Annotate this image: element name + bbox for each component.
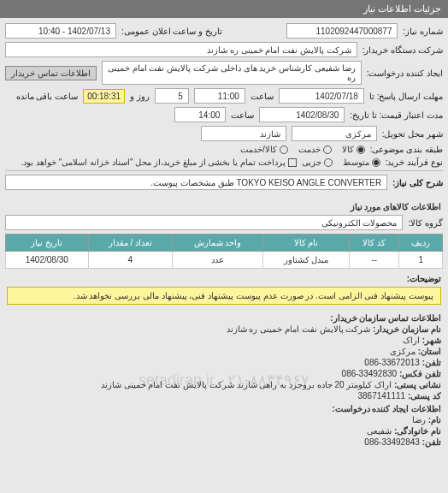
description-value: TOKYO KEISO ANGLE CONVERTER طبق مشخصات پ… xyxy=(5,175,387,190)
divider xyxy=(5,170,443,171)
th-date: تاریخ نیاز xyxy=(6,235,89,252)
org-phone: 33672013-086 xyxy=(364,358,420,367)
items-table: ردیف کد کالا نام کالا واحد شمارش تعداد /… xyxy=(5,234,443,269)
header-title: جزئیات اطلاعات نیاز xyxy=(363,3,441,14)
radio-service-label: خدمت xyxy=(298,145,321,154)
radio-goods[interactable]: کالا xyxy=(342,145,365,154)
creator-family: شفیعی xyxy=(367,426,392,436)
announce-label: تاریخ و ساعت اعلان عمومی: xyxy=(121,27,222,36)
th-code: کد کالا xyxy=(349,235,398,252)
org-city-label: شهر: xyxy=(422,336,441,345)
valid-time: 14:00 xyxy=(174,107,226,122)
deadline-remain: 00:18:31 xyxy=(83,89,125,104)
creator-phone: 33492843-086 xyxy=(364,437,420,447)
org-prov: مرکزی xyxy=(390,347,416,356)
org-prov-label: استان: xyxy=(418,347,441,356)
purchase-radio-group: متوسط جزیی xyxy=(302,157,380,167)
creator-label: ایجاد کننده درخواست: xyxy=(367,68,443,78)
radio-service[interactable]: خدمت xyxy=(298,145,332,154)
th-row: ردیف xyxy=(399,235,443,252)
th-qty: تعداد / مقدار xyxy=(88,235,173,252)
creator-family-label: نام خانوادگی: xyxy=(394,426,441,436)
buyer-label: شرکت دستگاه خریدار: xyxy=(363,45,443,55)
table-header-row: ردیف کد کالا نام کالا واحد شمارش تعداد /… xyxy=(6,235,443,252)
announce-value: 1402/07/13 - 10:40 xyxy=(5,23,116,39)
delivery-city: شازند xyxy=(201,126,286,141)
radio-icon xyxy=(323,146,332,154)
org-postal: اراک کیلومتر 20 جاده بروجرد به راهی شازن… xyxy=(101,380,392,389)
delivery-prov: مرکزی xyxy=(292,126,377,141)
valid-label: مدت اعتبار قیمت: تا تاریخ: xyxy=(350,110,443,120)
deadline-day-label: روز و xyxy=(130,92,150,101)
radio-both[interactable]: کالا/خدمت xyxy=(240,145,288,154)
treasury-label: پرداخت تمام یا بخشی از مبلغ خرید،از محل … xyxy=(21,157,285,167)
radio-both-label: کالا/خدمت xyxy=(240,145,277,154)
table-row: 1 -- مبدل کشتاور عدد 4 1402/08/30 xyxy=(6,252,443,269)
org-postcode: 3867141111 xyxy=(357,391,405,401)
deadline-label: مهلت ارسال پاسخ: تا xyxy=(369,92,443,101)
cell-unit: عدد xyxy=(173,252,263,269)
deadline-date: 1402/07/18 xyxy=(279,88,364,104)
contact-button[interactable]: اطلاعات تماس خریدار xyxy=(5,66,97,80)
need-number-label: شماره نیاز: xyxy=(403,27,443,36)
creator-phone-label: تلفن: xyxy=(422,437,441,447)
contact-section-title: اطلاعات تماس سازمان خریدار: xyxy=(7,313,441,323)
description-label: شرح کلی نیاز: xyxy=(392,178,443,187)
header-bar: جزئیات اطلاعات نیاز xyxy=(0,0,448,18)
creator-section-title: اطلاعات ایجاد کننده درخواست: xyxy=(7,404,441,413)
org-city: اراک xyxy=(403,336,420,345)
th-unit: واحد شمارش xyxy=(173,235,263,252)
cell-qty: 4 xyxy=(88,252,173,269)
category-radio-group: کالا خدمت کالا/خدمت xyxy=(240,145,365,154)
creator-name: رضا xyxy=(412,415,426,425)
radio-minor-label: جزیی xyxy=(302,157,321,167)
cell-row: 1 xyxy=(399,252,443,269)
notes-label: توضیحات: xyxy=(407,274,441,283)
buyer-value: شرکت پالایش نفت امام خمینی ره شازند xyxy=(5,42,357,57)
radio-goods-label: کالا xyxy=(342,145,354,154)
main-form: شماره نیاز: 1102092447000877 تاریخ و ساع… xyxy=(0,18,448,199)
org-postcode-label: کد پستی: xyxy=(408,391,441,401)
org-name: شرکت پالایش نفت امام خمینی ره شازند xyxy=(227,324,371,334)
radio-icon xyxy=(280,146,288,154)
yellow-note: پیوست پیشنهاد فنی الزامی است. در صورت عد… xyxy=(7,287,441,305)
goods-group-label: گروه کالا: xyxy=(408,218,443,228)
deadline-time-label: ساعت xyxy=(251,92,274,101)
radio-medium[interactable]: متوسط xyxy=(343,157,380,167)
org-phone-label: تلفن: xyxy=(422,358,441,367)
checkbox-icon xyxy=(288,158,297,167)
creator-value: رضا شفیعی کارشناس خرید های داخلی شرکت پا… xyxy=(102,61,362,85)
creator-name-label: نام: xyxy=(428,415,441,425)
radio-medium-label: متوسط xyxy=(343,157,369,167)
valid-date: 1402/08/30 xyxy=(259,107,345,122)
org-postal-label: نشانی پستی: xyxy=(394,380,441,389)
th-name: نام کالا xyxy=(262,235,349,252)
deadline-time: 11:00 xyxy=(194,88,245,104)
goods-group-value: محصولات الکترونیکی xyxy=(5,215,403,230)
org-name-label: نام سازمان خریدار: xyxy=(373,324,441,334)
radio-icon xyxy=(324,158,333,167)
purchase-type-label: نوع فرآیند خرید: xyxy=(386,157,443,167)
radio-minor[interactable]: جزیی xyxy=(302,157,333,167)
delivery-label: شهر محل تحویل: xyxy=(382,129,443,139)
need-number-value: 1102092447000877 xyxy=(286,23,398,39)
cell-name: مبدل کشتاور xyxy=(262,252,349,269)
deadline-days: 5 xyxy=(155,88,189,104)
org-fax: 33492830-086 xyxy=(342,369,398,378)
contact-block: setadiran.ir ۰۲۱-۸۸۳۴۹۶۷ اطلاعات تماس سا… xyxy=(0,308,448,454)
cell-date: 1402/08/30 xyxy=(6,252,89,269)
items-section-title: اطلاعات کالاهای مورد نیاز xyxy=(0,199,448,215)
org-fax-label: تلفن فکس: xyxy=(399,369,441,378)
valid-time-label: ساعت xyxy=(231,110,254,120)
treasury-checkbox[interactable]: پرداخت تمام یا بخشی از مبلغ خرید،از محل … xyxy=(21,157,296,167)
radio-icon xyxy=(357,146,365,154)
cell-code: -- xyxy=(349,252,398,269)
radio-icon xyxy=(372,158,380,167)
deadline-remain-label: ساعت باقی مانده xyxy=(16,92,79,101)
category-label: طبقه بندی موضوعی: xyxy=(370,145,443,154)
